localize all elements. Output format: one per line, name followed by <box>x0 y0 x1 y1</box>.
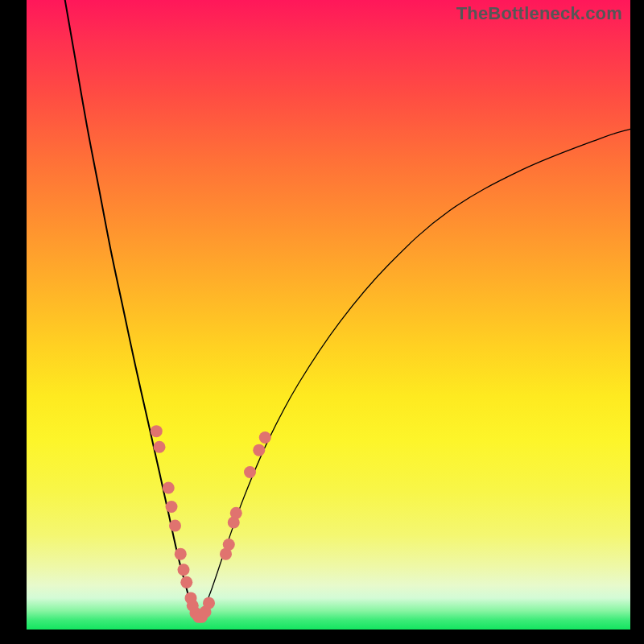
chart-area: TheBottleneck.com <box>27 0 630 630</box>
scatter-dot <box>244 466 256 478</box>
curve-right-curve <box>197 129 631 620</box>
chart-svg <box>27 0 630 630</box>
scatter-dot <box>180 576 192 588</box>
scatter-dot <box>154 441 166 453</box>
scatter-dot <box>169 519 181 531</box>
curves-group <box>63 0 630 620</box>
scatter-dot <box>223 539 235 551</box>
dots-group <box>151 425 271 623</box>
scatter-dot <box>230 507 242 519</box>
scatter-dot <box>253 444 265 456</box>
scatter-dot <box>175 548 187 560</box>
scatter-dot <box>178 564 190 576</box>
scatter-dot <box>166 501 178 513</box>
scatter-dot <box>151 425 163 437</box>
scatter-dot <box>259 431 271 444</box>
scatter-dot <box>203 597 215 609</box>
scatter-dot <box>163 482 175 494</box>
